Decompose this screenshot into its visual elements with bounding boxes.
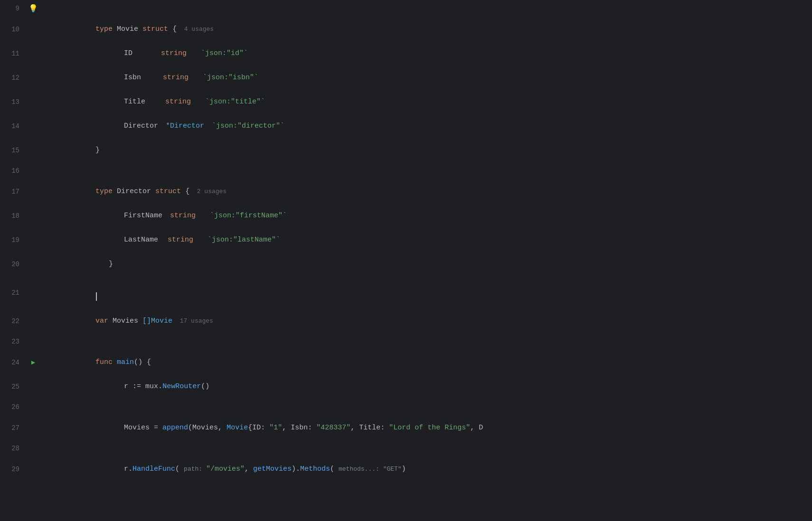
code-line-29: r.HandleFunc( path: "/movies", getMovies…: [40, 457, 812, 481]
line-row-10: 10 type Movie struct { 4 usages: [0, 17, 812, 41]
usages-movies: 17 usages: [172, 317, 213, 325]
line-number-10: 10: [0, 17, 26, 41]
keyword-func: func: [95, 358, 113, 366]
slice-movie-type: []Movie: [142, 317, 172, 325]
gutter-icon-24[interactable]: ▶: [26, 350, 40, 374]
keyword-var: var: [95, 317, 108, 325]
gutter-icon-27: [26, 416, 40, 440]
code-line-18: FirstNamestring`json:"firstName"`: [40, 204, 812, 228]
line-number-29: 29: [0, 457, 26, 481]
line-number-18: 18: [0, 204, 26, 228]
line-number-24: 24: [0, 350, 26, 374]
field-isbn: Isbn: [124, 74, 141, 82]
tag-title: `json:"title"`: [205, 98, 265, 106]
gutter-icon-20: [26, 252, 40, 276]
usages-director: 2 usages: [189, 188, 227, 195]
id-label: ID:: [252, 424, 269, 432]
line-number-15: 15: [0, 138, 26, 162]
line-row-14: 14 Director*Director`json:"director"`: [0, 114, 812, 138]
gutter-icon-21: [26, 276, 40, 309]
field-director: Director: [124, 122, 158, 130]
line-number-23: 23: [0, 333, 26, 350]
gutter-icon-22: [26, 309, 40, 333]
gutter-icon-16: [26, 162, 40, 179]
code-line-26: [40, 399, 812, 416]
gutter-icon-11: [26, 41, 40, 65]
r-var: r: [124, 382, 128, 391]
space: [138, 25, 142, 33]
code-line-22: var Movies []Movie 17 usages: [40, 309, 812, 333]
gutter-icon-26: [26, 399, 40, 416]
movie-type-name: Movie: [117, 25, 138, 33]
title-val: "Lord of the Rings": [389, 424, 470, 432]
line-number-13: 13: [0, 90, 26, 114]
line-row-19: 19 LastNamestring`json:"lastName"`: [0, 228, 812, 252]
director-type-name: Director: [117, 187, 151, 195]
code-line-15: }: [40, 138, 812, 162]
line-row-11: 11 IDstring`json:"id"`: [0, 41, 812, 65]
line-row-9: 9 💡: [0, 0, 812, 17]
path-hint: path:: [184, 465, 206, 473]
id-val: "1": [269, 424, 282, 432]
line-row-12: 12 Isbnstring`json:"isbn"`: [0, 65, 812, 90]
close-brace-15: }: [95, 146, 100, 154]
type-string-id: string: [161, 49, 187, 57]
code-line-17: type Director struct { 2 usages: [40, 179, 812, 204]
line-row-15: 15 }: [0, 138, 812, 162]
isbn-val: "428337": [316, 424, 350, 432]
line-row-25: 25 r := mux.NewRouter(): [0, 374, 812, 399]
line-number-12: 12: [0, 65, 26, 90]
line-row-empty-1: [0, 481, 812, 498]
type-string-title: string: [165, 98, 191, 106]
movie-struct-literal: Movie: [227, 424, 248, 432]
line-number-27: 27: [0, 416, 26, 440]
type-string-ln: string: [168, 236, 193, 244]
play-icon[interactable]: ▶: [31, 359, 35, 366]
space: [113, 25, 117, 33]
func-parens: (): [134, 358, 142, 366]
line-row-17: 17 type Director struct { 2 usages: [0, 179, 812, 204]
type-ptr-director: *Director: [166, 122, 204, 130]
new-router-method: NewRouter: [162, 382, 201, 391]
field-title: Title: [124, 98, 145, 106]
code-line-11: IDstring`json:"id"`: [40, 41, 812, 65]
code-line-14: Director*Director`json:"director"`: [40, 114, 812, 138]
line-number-16: 16: [0, 162, 26, 179]
field-firstname: FirstName: [124, 212, 162, 220]
r-handle-29: r: [124, 465, 128, 473]
open-brace-24: {: [147, 358, 151, 366]
line-number-11: 11: [0, 41, 26, 65]
handle-func-method: HandleFunc: [132, 465, 175, 473]
line-row-24: 24 ▶ func main() {: [0, 350, 812, 374]
line-row-26: 26: [0, 399, 812, 416]
line-row-29: 29 r.HandleFunc( path: "/movies", getMov…: [0, 457, 812, 481]
text-cursor: [96, 292, 97, 301]
gutter-icon-19: [26, 228, 40, 252]
code-line-10: type Movie struct { 4 usages: [40, 17, 812, 41]
isbn-label-27: Isbn:: [291, 424, 316, 432]
keyword-struct: struct: [142, 25, 168, 33]
mux-pkg: mux: [145, 382, 158, 391]
gutter-icon-14: [26, 114, 40, 138]
gutter-icon-23: [26, 333, 40, 350]
code-line-25: r := mux.NewRouter(): [40, 374, 812, 399]
open-brace-10: {: [172, 25, 177, 33]
line-number-26: 26: [0, 399, 26, 416]
type-string-isbn: string: [163, 74, 189, 82]
gutter-icon-9: 💡: [26, 0, 40, 17]
line-row-18: 18 FirstNamestring`json:"firstName"`: [0, 204, 812, 228]
code-line-13: Titlestring`json:"title"`: [40, 90, 812, 114]
usages-movie: 4 usages: [177, 26, 214, 33]
keyword-struct-17: struct: [155, 187, 181, 195]
tag-isbn: `json:"isbn"`: [203, 74, 258, 82]
movies-arg: Movies: [192, 424, 218, 432]
line-row-23: 23: [0, 333, 812, 350]
gutter-icon-17: [26, 179, 40, 204]
main-func-name: main: [117, 358, 134, 366]
line-row-22: 22 var Movies []Movie 17 usages: [0, 309, 812, 333]
gutter-icon-15: [26, 138, 40, 162]
gutter-icon-12: [26, 65, 40, 90]
gutter-icon-25: [26, 374, 40, 399]
line-row-27: 27 Movies = append(Movies, Movie{ID: "1"…: [0, 416, 812, 440]
line-number-17: 17: [0, 179, 26, 204]
